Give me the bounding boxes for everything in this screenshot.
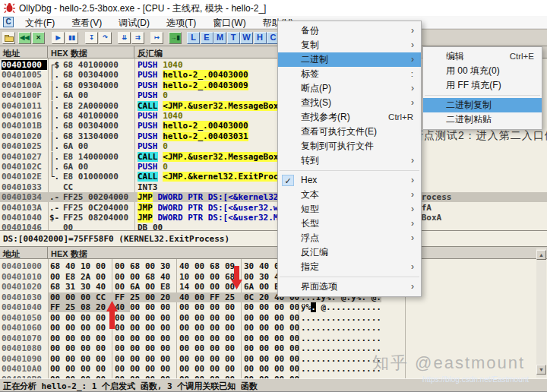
menubar-item[interactable]: 窗口(W) bbox=[204, 16, 254, 29]
disasm-address: 00401033 bbox=[2, 182, 47, 192]
run-to-cursor-icon[interactable]: →▮ bbox=[169, 32, 182, 44]
dump-byte: 00 bbox=[81, 292, 92, 302]
binary-submenu-item[interactable]: 用 FF 填充(F) bbox=[423, 78, 542, 93]
context-menu-item[interactable]: 标签: bbox=[278, 67, 421, 81]
submenu-arrow-icon: › bbox=[411, 231, 414, 245]
context-menu-item[interactable]: 转到› bbox=[278, 153, 421, 168]
toolbar-letter-h-button[interactable]: H bbox=[254, 32, 267, 44]
dump-row[interactable]: 0040101000E82A00000068401000006800304000… bbox=[0, 272, 536, 282]
dump-row[interactable]: 0040105000000000000000000000000000000000… bbox=[0, 313, 536, 323]
dump-byte: 00 bbox=[244, 354, 255, 364]
run-icon[interactable]: ▶ bbox=[52, 32, 65, 44]
trace-over-icon[interactable]: ⇉ bbox=[131, 32, 144, 44]
context-menu-item[interactable]: 短型› bbox=[278, 202, 421, 217]
dump-byte: 30 bbox=[259, 272, 270, 282]
dump-row[interactable]: 004010006840100000680030400068093040006A… bbox=[0, 261, 536, 271]
scroll-down-icon[interactable]: ▼ bbox=[536, 365, 546, 375]
context-menu-item[interactable]: 指定› bbox=[278, 260, 421, 274]
disasm-row[interactable]: 00401033CCINT3 bbox=[0, 182, 547, 192]
cpu-child-window-icon[interactable]: C bbox=[3, 17, 14, 27]
jump-path-marker: │. bbox=[49, 90, 62, 100]
restart-icon[interactable]: ◀◀ bbox=[18, 32, 31, 44]
disasm-row[interactable]: 00401040$-FF25 08204000JMP DWORD PTR DS:… bbox=[0, 213, 547, 223]
context-menu-item[interactable]: Hex✓› bbox=[278, 173, 421, 188]
toolbar-letter-m-button[interactable]: M bbox=[213, 32, 226, 44]
dump-byte: 68 bbox=[50, 261, 62, 271]
dump-ascii: ................ bbox=[301, 354, 381, 364]
context-menu-item[interactable]: 查看可执行文件(E) bbox=[278, 125, 421, 139]
menu-item-label: 反汇编 bbox=[301, 247, 328, 258]
menu-item-label: 指定 bbox=[301, 261, 319, 272]
scroll-up-icon[interactable]: ▲ bbox=[536, 250, 546, 260]
step-out-icon[interactable]: ↦ bbox=[150, 32, 163, 44]
binary-submenu-item[interactable]: 二进制粘贴 bbox=[423, 112, 542, 127]
dump-byte: 00 bbox=[210, 354, 221, 364]
dump-row[interactable]: 00401040FF250820400000000000000000000000… bbox=[0, 302, 536, 312]
menu-item-label: 查找参考(R) bbox=[301, 112, 350, 122]
binary-submenu-item[interactable]: 编辑Ctrl+E bbox=[423, 49, 542, 64]
open-file-icon[interactable] bbox=[2, 32, 15, 44]
context-menu-item[interactable]: 界面选项› bbox=[278, 280, 421, 294]
pause-icon[interactable]: ▮▮ bbox=[65, 32, 78, 44]
context-menu-item[interactable]: 反汇编 bbox=[278, 245, 421, 260]
context-menu-item[interactable]: 复制› bbox=[278, 38, 421, 52]
disasm-row[interactable]: 0040103A.-FF25 0C204000JMP DWORD PTR DS:… bbox=[0, 203, 547, 213]
menu-item-label: 备份 bbox=[301, 25, 319, 36]
menubar-item[interactable]: 调试(D) bbox=[110, 16, 158, 29]
disasm-row[interactable]: 00401025│.6A 00PUSH 0 bbox=[0, 141, 547, 151]
menu-item-label: 复制到可执行文件 bbox=[301, 141, 374, 151]
toolbar-letter-t-button[interactable]: T bbox=[227, 32, 240, 44]
context-menu-item[interactable]: 复制到可执行文件 bbox=[278, 139, 421, 153]
context-menu-item[interactable]: 浮点› bbox=[278, 231, 421, 245]
step-over-icon[interactable]: ↷ bbox=[99, 32, 112, 44]
dump-byte: 00 bbox=[274, 313, 286, 323]
dump-row[interactable]: 0040106000000000000000000000000000000000… bbox=[0, 323, 536, 333]
disasm-row[interactable]: 00401027│.E8 14000000CALL <JMP.&user32.M… bbox=[0, 152, 547, 162]
menubar-item[interactable]: 选项(T) bbox=[158, 16, 204, 29]
disasm-address: 00401040 bbox=[2, 213, 47, 223]
menu-item-label: 二进制粘贴 bbox=[446, 114, 492, 125]
context-menu-item[interactable]: 查找(S)› bbox=[278, 96, 421, 110]
dump-byte: 00 bbox=[160, 343, 172, 353]
dump-byte: 00 bbox=[225, 354, 236, 364]
dump-row[interactable]: 00401030000000CCFF2500204000FF250C204000… bbox=[0, 292, 536, 302]
toolbar-letter-w-button[interactable]: W bbox=[240, 32, 253, 44]
context-menu: 备份›复制›二进制›标签:断点(P)›查找(S)›查找参考(R)Ctrl+R查看… bbox=[277, 21, 422, 297]
context-menu-item[interactable]: 长型› bbox=[278, 217, 421, 231]
step-into-icon[interactable]: ↧ bbox=[85, 32, 98, 44]
dump-row[interactable]: 0040102068313040006A00E8140000006A00E801… bbox=[0, 282, 536, 292]
context-menu-item[interactable]: 备份› bbox=[278, 24, 421, 38]
dump-byte: 00 bbox=[194, 354, 206, 364]
context-menu-item[interactable]: 断点(P)› bbox=[278, 81, 421, 96]
dump-address: 00401080 bbox=[2, 343, 47, 353]
dump-byte: 00 bbox=[179, 302, 191, 312]
dump-row[interactable]: 0040107000000000000000000000000000000000… bbox=[0, 334, 536, 343]
context-menu-item[interactable]: 文本› bbox=[278, 188, 421, 202]
disasm-row[interactable]: 00401034.-FF25 00204000JMP DWORD PTR DS:… bbox=[0, 192, 547, 202]
dump-byte: 00 bbox=[50, 313, 62, 323]
menubar-item[interactable]: 查看(V) bbox=[63, 16, 110, 29]
menubar-item[interactable]: 文件(F) bbox=[17, 16, 63, 29]
dump-ascii: ÿ%. @........... bbox=[301, 302, 381, 312]
dump-byte: 00 bbox=[289, 313, 301, 323]
disasm-row[interactable]: 0040102E└.E8 01000000CALL <JMP.&kernel32… bbox=[0, 172, 547, 182]
context-menu-item[interactable]: 查找参考(R)Ctrl+R bbox=[278, 110, 421, 125]
dump-byte: 00 bbox=[225, 334, 236, 343]
dump-byte: 00 bbox=[115, 343, 126, 353]
binary-submenu-item[interactable]: 用 00 填充(0) bbox=[423, 64, 542, 78]
toolbar-letter-e-button[interactable]: E bbox=[201, 32, 213, 44]
dump-byte: 00 bbox=[289, 364, 301, 374]
disasm-address: 00401000 bbox=[2, 60, 47, 70]
close-icon[interactable]: ✕ bbox=[32, 32, 45, 44]
disasm-hex-bytes: E8 14000000 bbox=[63, 152, 134, 162]
dump-byte: 30 bbox=[81, 282, 92, 292]
dump-byte: 00 bbox=[145, 292, 157, 302]
disasm-row[interactable]: 0040102C│.6A 00PUSH 0 bbox=[0, 162, 547, 172]
toolbar-letter-l-button[interactable]: L bbox=[187, 32, 200, 44]
dump-scrollbar[interactable]: ▲ ▼ bbox=[536, 248, 546, 378]
dump-address: 00401030 bbox=[2, 292, 47, 302]
disasm-row[interactable]: 0040104600DB 00 bbox=[0, 223, 547, 230]
binary-submenu-item[interactable]: 二进制复制 bbox=[423, 98, 542, 112]
trace-into-icon[interactable]: ⇊ bbox=[118, 32, 131, 44]
context-menu-item[interactable]: 二进制› bbox=[278, 52, 421, 67]
